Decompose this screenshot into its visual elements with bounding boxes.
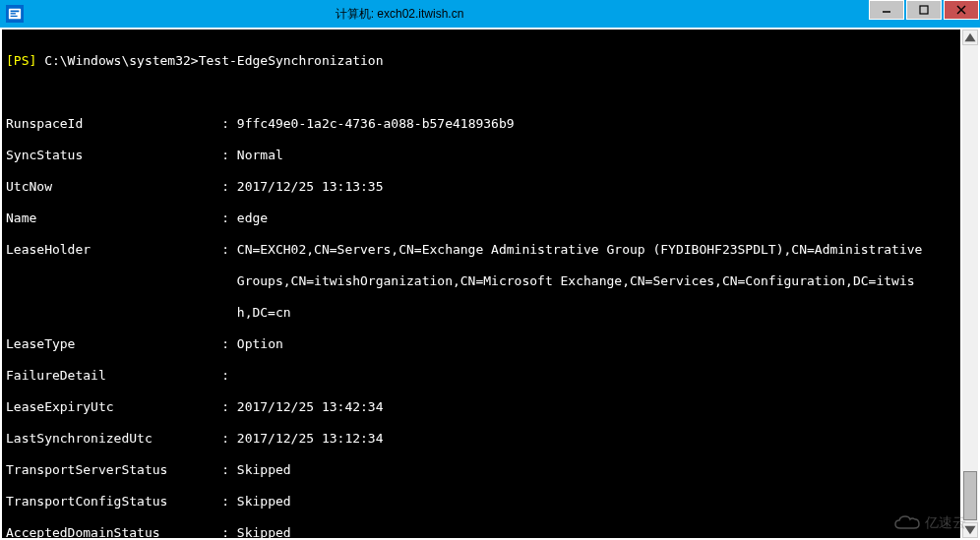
output-row: LeaseExpiryUtc : 2017/12/25 13:42:34 <box>6 399 956 415</box>
svg-rect-1 <box>11 11 20 13</box>
window-controls <box>868 0 980 28</box>
output-row: Name : edge <box>6 210 956 226</box>
svg-marker-9 <box>964 526 975 534</box>
output-row: h,DC=cn <box>6 305 956 321</box>
terminal-container: [PS] C:\Windows\system32>Test-EdgeSynchr… <box>0 28 980 540</box>
output-row: UtcNow : 2017/12/25 13:13:35 <box>6 179 956 195</box>
output-row: LeaseHolder : CN=EXCH02,CN=Servers,CN=Ex… <box>6 242 956 258</box>
svg-rect-3 <box>11 16 18 17</box>
scroll-up-arrow-icon[interactable] <box>962 30 978 45</box>
command-text: Test-EdgeSynchronization <box>199 53 384 68</box>
cloud-icon <box>893 514 921 532</box>
output-row: LastSynchronizedUtc : 2017/12/25 13:12:3… <box>6 431 956 447</box>
svg-rect-5 <box>920 6 928 14</box>
output-row: TransportServerStatus : Skipped <box>6 462 956 478</box>
watermark: 亿速云 <box>893 514 966 532</box>
exchange-shell-icon <box>6 5 24 23</box>
output-row: Groups,CN=itwishOrganization,CN=Microsof… <box>6 273 956 289</box>
scroll-thumb[interactable] <box>963 471 977 520</box>
prompt-line: [PS] C:\Windows\system32>Test-EdgeSynchr… <box>6 53 956 69</box>
prompt-path: C:\Windows\system32> <box>44 53 199 68</box>
titlebar: 计算机: exch02.itwish.cn <box>0 0 980 28</box>
watermark-text: 亿速云 <box>925 514 966 532</box>
window-title: 计算机: exch02.itwish.cn <box>30 6 868 23</box>
output-row: RunspaceId : 9ffc49e0-1a2c-4736-a088-b57… <box>6 116 956 132</box>
output-row: LeaseType : Option <box>6 336 956 352</box>
close-button[interactable] <box>944 0 979 20</box>
output-row: SyncStatus : Normal <box>6 148 956 163</box>
output-row: TransportConfigStatus : Skipped <box>6 494 956 510</box>
vertical-scrollbar[interactable] <box>962 30 978 538</box>
ps-label: [PS] <box>6 53 36 68</box>
terminal[interactable]: [PS] C:\Windows\system32>Test-EdgeSynchr… <box>2 30 960 538</box>
output-row: AcceptedDomainStatus : Skipped <box>6 525 956 538</box>
svg-marker-8 <box>964 33 975 41</box>
output-row: FailureDetail : <box>6 368 956 384</box>
minimize-button[interactable] <box>869 0 904 20</box>
maximize-button[interactable] <box>906 0 942 20</box>
svg-rect-2 <box>11 13 16 14</box>
